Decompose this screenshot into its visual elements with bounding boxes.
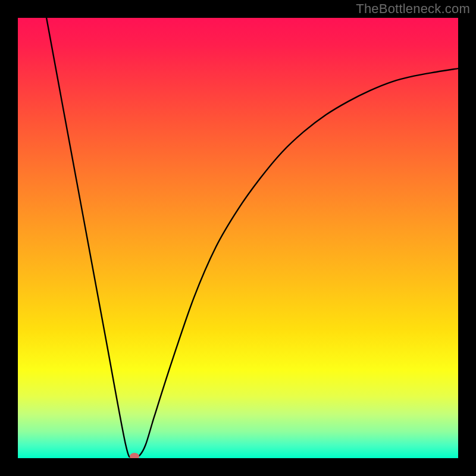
optimal-point-marker <box>130 453 139 458</box>
chart-root: TheBottleneck.com <box>0 0 476 476</box>
curve-svg <box>18 18 458 458</box>
plot-area <box>18 18 458 458</box>
watermark-text: TheBottleneck.com <box>356 1 470 17</box>
bottleneck-curve <box>46 18 458 458</box>
